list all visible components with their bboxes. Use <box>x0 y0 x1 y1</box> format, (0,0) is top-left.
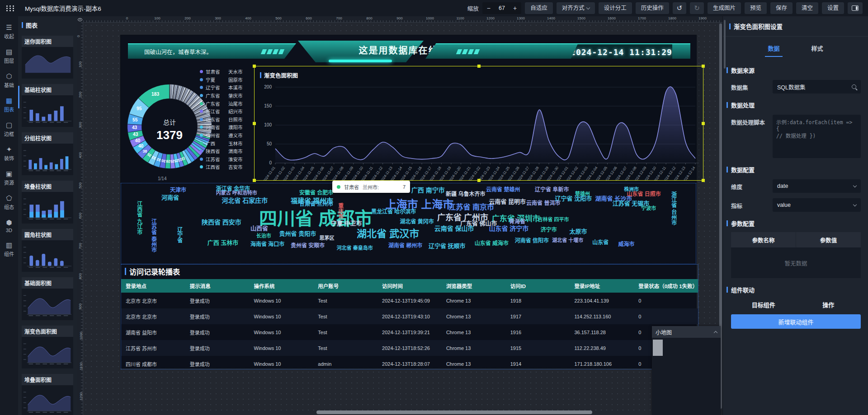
minimap-viewport[interactable] <box>653 340 663 356</box>
chart-library-item[interactable]: 基础面积图 <box>22 277 73 320</box>
resize-handle-ne[interactable] <box>702 65 705 68</box>
preview-button[interactable]: 预览 <box>745 2 767 14</box>
resize-handle-se[interactable] <box>702 179 705 182</box>
chart-item-label[interactable]: 迷你面积图 <box>22 36 73 47</box>
dataset-select[interactable]: SQL数据集 <box>773 80 861 93</box>
sidebar-item-three-d-icon[interactable]: ⬢3D <box>0 215 18 238</box>
dashboard-screen[interactable]: 国破山河在，城春草木深。 这是用数据库在线应用 2024-12-14 11:31… <box>121 35 696 368</box>
chart-item-thumbnail[interactable] <box>22 192 73 224</box>
chart-item-thumbnail[interactable] <box>22 47 73 79</box>
chart-item-label[interactable]: 基础面积图 <box>22 277 73 289</box>
chart-item-thumbnail[interactable] <box>22 385 73 415</box>
chart-library-item[interactable]: 迷你面积图 <box>22 36 73 79</box>
chart-item-label[interactable]: 分组柱状图 <box>22 132 73 144</box>
chart-library-item[interactable]: 堆叠面积图 <box>22 374 73 415</box>
clear-button[interactable]: 清空 <box>796 2 818 14</box>
zoom-out-button[interactable]: − <box>482 5 495 12</box>
chart-item-thumbnail[interactable] <box>22 240 73 272</box>
chart-library-item[interactable]: 渐变色面积图 <box>22 326 73 368</box>
sidebar-item-border-icon[interactable]: ▢边框 <box>0 117 18 142</box>
generate-image-button[interactable]: 生成图片 <box>708 2 741 14</box>
legend-item[interactable]: 陕西省渭南市 <box>200 147 243 155</box>
tab-style[interactable]: 样式 <box>809 40 826 57</box>
sidebar-item-decoration-icon[interactable]: ✦装饰 <box>0 142 18 166</box>
sidebar-item-resources-icon[interactable]: ▣资源 <box>0 166 18 191</box>
tab-data[interactable]: 数据 <box>765 40 782 57</box>
wordcloud-component[interactable]: 四川省 成都市上海市 上海市湖北省 武汉市广东省 广州市广东省 深圳市江苏省 南… <box>121 183 696 264</box>
legend-item[interactable]: 辽宁省本溪市 <box>200 84 243 92</box>
table-row[interactable]: 江苏省 苏州市登录成功Windows 10Test2024-12-13T18:5… <box>121 340 698 356</box>
sidebar-item-charts-icon[interactable]: ▦图表 <box>0 93 18 117</box>
redo-button[interactable]: ↻ <box>690 2 704 14</box>
sidebar-item-layers-icon[interactable]: ▤图层 <box>0 44 18 69</box>
canvas-horizontal-scrollbar[interactable] <box>316 410 592 414</box>
minimap-body[interactable] <box>652 338 721 415</box>
script-textarea[interactable] <box>773 115 861 158</box>
legend-item[interactable]: 河南省濮阳市 <box>200 123 243 131</box>
search-icon[interactable] <box>852 84 856 89</box>
table-row[interactable]: 北京市 北京市登录成功Windows 10Test2024-12-13T19:4… <box>121 308 698 324</box>
dimension-select[interactable]: date <box>773 179 861 193</box>
sidebar-item-scada-icon[interactable]: ⬠组态 <box>0 191 18 215</box>
minimap-panel[interactable]: 小地图 <box>652 326 721 415</box>
legend-item[interactable]: 贵州省遵义市 <box>200 131 243 140</box>
chart-item-label[interactable]: 圆角柱状图 <box>22 229 73 240</box>
chart-library-item[interactable]: 分组柱状图 <box>22 132 73 175</box>
legend-item[interactable]: 浙江省绍兴市 <box>200 107 243 116</box>
design-canvas[interactable]: 0100200300400500600700800900100011001200… <box>77 16 722 415</box>
table-row[interactable]: 北京市 北京市登录成功Windows 10Test2024-12-13T19:4… <box>121 293 698 308</box>
chart-item-thumbnail[interactable] <box>22 144 73 175</box>
chart-library-item[interactable]: 堆叠柱状图 <box>22 181 73 224</box>
chart-library-item[interactable]: 圆角柱状图 <box>22 229 73 272</box>
legend-item[interactable]: 江西省吉安市 <box>200 163 243 171</box>
chart-item-thumbnail[interactable] <box>22 95 73 127</box>
table-row[interactable]: 湖南省 益阳市登录成功Windows 10Test2024-12-13T19:3… <box>121 324 698 340</box>
legend-item[interactable]: 广东省汕尾市 <box>200 99 243 107</box>
resize-handle-e[interactable] <box>702 122 705 125</box>
gradient-area-chart-component[interactable]: 渐变色面积图 0501001502002024-11-012024-11-022… <box>254 66 703 181</box>
settings-button[interactable]: 设置 <box>822 2 844 14</box>
settings-scrollbar[interactable] <box>724 20 726 69</box>
chart-item-label[interactable]: 基础柱状图 <box>22 84 73 95</box>
metric-select[interactable]: value <box>773 198 861 212</box>
panel-scrollbar[interactable] <box>18 86 19 108</box>
legend-item[interactable]: 甘肃省天水市 <box>200 68 243 76</box>
resize-handle-nw[interactable] <box>253 65 256 68</box>
align-button[interactable]: 对齐方式 <box>557 2 595 14</box>
history-button[interactable]: 历史操作 <box>636 2 669 14</box>
fit-button[interactable]: 自适应 <box>525 2 553 14</box>
legend-item[interactable]: 广西玉林市 <box>200 139 243 147</box>
chevron-up-icon[interactable] <box>714 331 717 335</box>
zoom-value[interactable]: 67 <box>495 5 509 11</box>
chart-library-item[interactable]: 基础柱状图 <box>22 84 73 127</box>
chart-item-thumbnail[interactable] <box>22 289 73 320</box>
sidebar-item-components-icon[interactable]: ▥组件 <box>0 238 18 262</box>
sidebar-item-basic-widgets-icon[interactable]: ⬡基础 <box>0 69 18 93</box>
minimap-header[interactable]: 小地图 <box>652 326 721 338</box>
app-grid-icon[interactable] <box>6 5 15 11</box>
chart-item-thumbnail[interactable] <box>22 337 73 368</box>
resize-handle-sw[interactable] <box>253 179 256 182</box>
legend-item[interactable]: 宁夏固原市 <box>200 76 243 84</box>
sidebar-item-collapse-panel-icon[interactable]: ☰收起 <box>0 20 18 44</box>
legend-item[interactable]: 山东省日照市 <box>200 116 243 124</box>
chart-item-label[interactable]: 堆叠面积图 <box>22 374 73 385</box>
save-button[interactable]: 保存 <box>770 2 793 14</box>
header-banner[interactable]: 国破山河在，城春草木深。 这是用数据库在线应用 2024-12-14 11:31… <box>121 40 696 63</box>
zoom-in-button[interactable]: + <box>509 5 521 12</box>
resize-handle-w[interactable] <box>253 122 256 125</box>
resize-handle-n[interactable] <box>477 65 481 68</box>
legend-item[interactable]: 广东省肇庆市 <box>200 92 243 100</box>
legend-item[interactable]: 江苏省淮安市 <box>200 155 243 163</box>
resize-handle-s[interactable] <box>477 179 481 182</box>
assign-button[interactable]: 设计分工 <box>599 2 632 14</box>
chart-item-label[interactable]: 渐变色面积图 <box>22 326 73 337</box>
undo-button[interactable]: ↺ <box>673 2 687 14</box>
chart-item-label[interactable]: 堆叠柱状图 <box>22 181 73 192</box>
collapse-panel-button[interactable] <box>848 2 863 14</box>
add-linkage-button[interactable]: 新增联动组件 <box>731 314 861 329</box>
table-row[interactable]: 四川省 成都市登录成功Windows 10admin2024-12-13T18:… <box>121 356 698 372</box>
access-log-table-component[interactable]: 访问记录轮播表 登录地点提示消息操作系统用户账号访问时间浏览器类型访问ID登录I… <box>121 264 698 369</box>
ruler-corner[interactable] <box>77 16 83 23</box>
donut-chart-component[interactable]: 18395554343404038353332302825252322 总计 1… <box>125 62 265 185</box>
